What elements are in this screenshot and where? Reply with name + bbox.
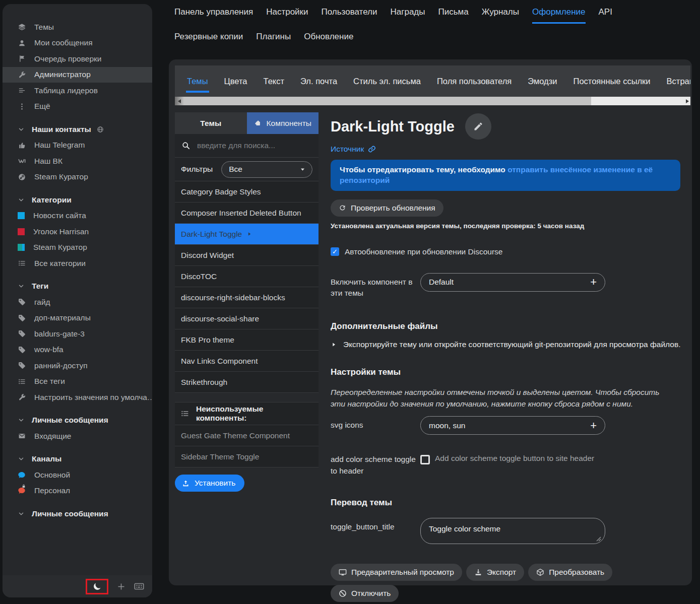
translation-input[interactable]: Toggle color scheme <box>420 518 605 544</box>
sidebar-section-header[interactable]: Наши контакты <box>3 121 152 138</box>
source-link[interactable]: Источник <box>331 145 376 154</box>
keyboard-shortcuts-icon[interactable] <box>134 581 144 591</box>
sidebar-item[interactable]: Мои сообщения <box>3 35 152 51</box>
sidebar-item[interactable]: Персонал <box>3 483 152 499</box>
action-button[interactable]: Экспорт <box>466 564 524 581</box>
steam-icon <box>18 173 26 181</box>
sidebar-item[interactable]: Настроить значения по умолча… <box>3 389 152 406</box>
chevron-down-icon <box>18 417 24 423</box>
sidebar-item[interactable]: Наш Telegram <box>3 138 152 154</box>
customize-tab[interactable]: Цвета <box>224 77 247 86</box>
sidebar-add-section-icon[interactable] <box>117 582 125 591</box>
action-button[interactable]: Преобразовать <box>528 564 612 581</box>
admin-tab[interactable]: Награды <box>391 7 425 22</box>
sidebar-section-header[interactable]: Категории <box>3 192 152 208</box>
sidebar-section-header[interactable]: Теги <box>3 279 152 295</box>
component-list-item[interactable]: discourse-right-sidebar-blocks <box>175 287 319 308</box>
sidebar-item[interactable]: wow-bfa <box>3 342 152 358</box>
sidebar-item[interactable]: Все теги <box>3 374 152 390</box>
admin-tab[interactable]: Настройки <box>266 7 308 22</box>
action-button[interactable]: Предварительный просмотр <box>331 564 462 581</box>
unused-component-item[interactable]: Guest Gate Theme Component <box>175 425 319 446</box>
sidebar-item[interactable]: ранний-доступ <box>3 358 152 374</box>
sidebar-item[interactable]: Входящие <box>3 428 152 444</box>
sidebar-section-header[interactable]: Личные сообщения <box>3 506 152 522</box>
sidebar-item[interactable]: Наш ВК <box>3 153 152 169</box>
admin-tab[interactable]: API <box>599 7 612 22</box>
customize-tab[interactable]: Встраивание <box>667 77 690 86</box>
components-panel-tab[interactable]: Компоненты <box>247 112 319 134</box>
customize-tab[interactable]: Темы <box>187 77 208 86</box>
toggle-setting-checkbox[interactable] <box>420 455 430 464</box>
admin-tab[interactable]: Плагины <box>256 32 291 47</box>
install-button[interactable]: Установить <box>175 475 244 492</box>
component-name: DiscoTOC <box>181 272 217 281</box>
customize-tab[interactable]: Поля пользователя <box>437 77 512 86</box>
action-button[interactable]: Отключить <box>331 585 399 602</box>
edit-title-button[interactable] <box>465 113 491 140</box>
sidebar-item-label: Темы <box>34 23 54 32</box>
extra-files-collapsible[interactable]: Экспортируйте тему или откройте соответс… <box>331 340 683 349</box>
customize-tab[interactable]: Текст <box>264 77 285 86</box>
component-list-item[interactable]: Composer Inserted Deleted Button <box>175 203 319 224</box>
unused-component-item[interactable]: Sidebar Theme Toggle <box>175 446 319 467</box>
resize-handle-icon[interactable] <box>596 536 601 542</box>
dark-light-toggle-moon-icon[interactable] <box>92 582 102 591</box>
admin-tab[interactable]: Оформление <box>532 7 586 24</box>
sidebar-item[interactable]: Новости сайта <box>3 208 152 224</box>
sidebar-item[interactable]: Уголок Harrisan <box>3 224 152 240</box>
check-updates-button[interactable]: Проверить обновления <box>331 199 443 217</box>
svg-icons-select[interactable]: moon, sun + <box>420 416 605 435</box>
admin-tab[interactable]: Письма <box>438 7 468 22</box>
sidebar-item[interactable]: Темы <box>3 19 152 35</box>
sidebar-item[interactable]: Таблица лидеров <box>3 83 152 99</box>
scrollbar-left-arrow[interactable] <box>175 97 184 105</box>
customize-tab[interactable]: Эл. почта <box>300 77 337 86</box>
component-list-item[interactable]: discourse-social-share <box>175 308 319 329</box>
components-list-panel: ТемыКомпоненты Фильтры Все Category Badg… <box>175 112 319 604</box>
customize-tab[interactable]: Эмодзи <box>528 77 557 86</box>
customize-tab[interactable]: Стиль эл. письма <box>353 77 421 86</box>
sidebar-item[interactable]: доп-материалы <box>3 310 152 326</box>
include-themes-select[interactable]: Default + <box>420 273 605 292</box>
components-search-input[interactable] <box>196 141 311 151</box>
admin-tab[interactable]: Обновление <box>304 32 353 47</box>
component-list-item[interactable]: Category Badge Styles <box>175 181 319 203</box>
sidebar-item[interactable]: Администратор <box>3 67 152 83</box>
button-label: Предварительный просмотр <box>351 568 454 577</box>
sidebar-item[interactable]: Steam Куратор <box>3 169 152 185</box>
toggle-setting-label: add color scheme toggle to header <box>331 450 420 477</box>
sidebar-section-header[interactable]: Личные сообщения <box>3 413 152 429</box>
scrollbar-right-arrow[interactable] <box>686 97 689 105</box>
filter-select[interactable]: Все <box>221 161 312 178</box>
envelope-icon <box>18 432 26 440</box>
admin-tab[interactable]: Пользователи <box>322 7 377 22</box>
component-list-item[interactable]: Dark-Light Toggle <box>175 224 319 245</box>
component-list-item[interactable]: Nav Links Component <box>175 351 319 372</box>
sidebar-item[interactable]: Ещё <box>3 99 152 115</box>
auto-update-checkbox[interactable]: ✓ <box>331 247 339 256</box>
theme-settings-heading: Настройки темы <box>331 367 683 377</box>
sidebar-item[interactable]: Steam Куратор <box>3 240 152 256</box>
sidebar-item[interactable]: Все категории <box>3 255 152 272</box>
chevron-down-icon <box>18 197 24 203</box>
component-list-item[interactable]: DiscoTOC <box>175 266 319 287</box>
sidebar-item[interactable]: Основной <box>3 467 152 483</box>
components-panel-tab[interactable]: Темы <box>175 112 247 134</box>
theme-title: Dark-Light Toggle <box>331 118 455 135</box>
scrollbar-thumb[interactable] <box>184 97 591 105</box>
component-name: Guest Gate Theme Component <box>181 431 290 440</box>
sidebar-section-header[interactable]: Каналы <box>3 451 152 467</box>
component-list-item[interactable]: Strikethrough <box>175 372 319 393</box>
admin-tab[interactable]: Журналы <box>482 7 519 22</box>
sidebar-item[interactable]: гайд <box>3 294 152 310</box>
tabstrip-scrollbar[interactable] <box>175 97 690 105</box>
admin-tab[interactable]: Панель управления <box>174 7 253 22</box>
component-list-item[interactable]: FKB Pro theme <box>175 329 319 351</box>
admin-tab[interactable]: Резервные копии <box>174 32 243 47</box>
svg-icons-setting-label: svg icons <box>331 416 420 431</box>
sidebar-item[interactable]: Очередь проверки <box>3 51 152 67</box>
sidebar-item[interactable]: baldurs-gate-3 <box>3 326 152 342</box>
customize-tab[interactable]: Постоянные ссылки <box>574 77 651 86</box>
component-list-item[interactable]: Discord Widget <box>175 245 319 266</box>
